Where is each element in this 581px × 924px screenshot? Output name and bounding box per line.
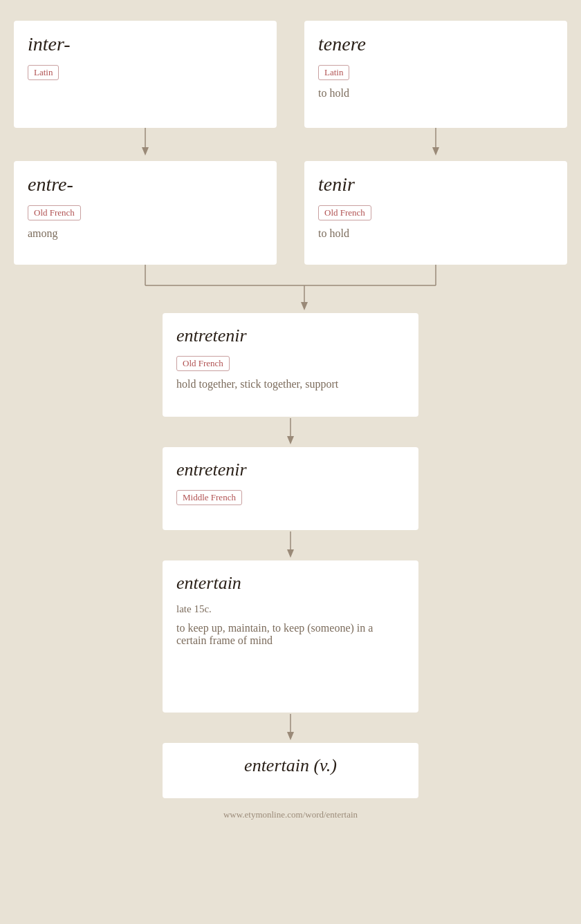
badge-entretenir-of: Old French (176, 356, 230, 371)
word-entretenir-of: entretenir (176, 326, 405, 346)
card-tenere: tenere Latin to hold (304, 21, 567, 128)
badge-inter-latin: Latin (28, 65, 59, 80)
meaning-entre: among (28, 227, 263, 240)
entretenir-of-wrapper: entretenir Old French hold together, sti… (14, 313, 567, 417)
svg-marker-3 (432, 147, 439, 155)
arrow2 (14, 530, 567, 560)
card-entretenir-of: entretenir Old French hold together, sti… (163, 313, 418, 417)
svg-marker-11 (287, 436, 294, 444)
svg-marker-9 (301, 302, 308, 310)
arrow1 (14, 417, 567, 447)
card-entertain-final: entertain (v.) (163, 743, 418, 798)
second-row: entre- Old French among tenir Old French… (14, 161, 567, 265)
arrow2-svg (284, 531, 297, 559)
etymology-diagram: inter- Latin tenere Latin to hold entre-… (14, 21, 567, 820)
word-tenir: tenir (318, 173, 553, 196)
word-entretenir-mf: entretenir (176, 460, 405, 480)
badge-tenir-of: Old French (318, 205, 371, 220)
merge-arrows-svg (14, 265, 567, 313)
arrow3 (14, 713, 567, 743)
card-inter: inter- Latin (14, 21, 277, 128)
footer-url: www.etymonline.com/word/entertain (223, 809, 358, 820)
top-to-second-arrows (14, 128, 567, 161)
arrow1-svg (284, 418, 297, 446)
meaning-tenir: to hold (318, 227, 553, 240)
entertain-final-wrapper: entertain (v.) (14, 743, 567, 798)
top-row: inter- Latin tenere Latin to hold (14, 21, 567, 128)
word-entertain-final: entertain (v.) (176, 755, 405, 776)
meaning-entertain: to keep up, maintain, to keep (someone) … (176, 622, 405, 647)
card-tenir: tenir Old French to hold (304, 161, 567, 265)
svg-marker-1 (142, 147, 149, 155)
word-entre: entre- (28, 173, 263, 196)
merge-arrows (14, 265, 567, 313)
entretenir-mf-wrapper: entretenir Middle French (14, 447, 567, 530)
badge-entre-of: Old French (28, 205, 81, 220)
word-entertain: entertain (176, 573, 405, 594)
svg-marker-15 (287, 732, 294, 740)
word-inter: inter- (28, 33, 263, 55)
svg-marker-13 (287, 549, 294, 558)
card-entertain: entertain late 15c. to keep up, maintain… (163, 560, 418, 713)
card-entretenir-mf: entretenir Middle French (163, 447, 418, 530)
badge-tenere-latin: Latin (318, 65, 349, 80)
meaning-entretenir-of: hold together, stick together, support (176, 378, 405, 390)
top-arrows-svg (14, 128, 567, 161)
entertain-wrapper: entertain late 15c. to keep up, maintain… (14, 560, 567, 713)
meaning-tenere: to hold (318, 87, 553, 100)
card-entre: entre- Old French among (14, 161, 277, 265)
word-tenere: tenere (318, 33, 553, 55)
arrow3-svg (284, 714, 297, 742)
date-entertain: late 15c. (176, 603, 405, 615)
badge-entretenir-mf: Middle French (176, 490, 242, 505)
